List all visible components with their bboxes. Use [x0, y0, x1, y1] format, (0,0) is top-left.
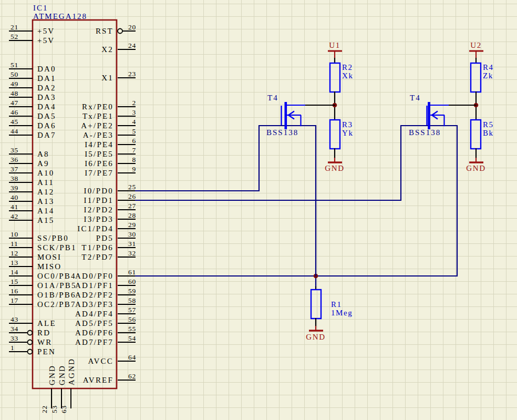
pin-number: 10: [11, 230, 18, 238]
ground-symbol-2[interactable]: GND: [466, 158, 485, 172]
pin-name: AD5/PF5: [75, 319, 113, 327]
resistor-value: Zk: [483, 71, 493, 80]
pin-number: 57: [128, 306, 136, 314]
transistor-t4-right[interactable]: T4 BSS138: [409, 94, 449, 137]
pin-invert-circle-33[interactable]: [28, 340, 33, 345]
resistor-r3[interactable]: R3 Yk: [330, 120, 354, 149]
net-i0pd0[interactable]: [135, 125, 260, 191]
pin-name: PEN: [37, 347, 56, 356]
pin-number: 63: [60, 405, 68, 413]
pin-number: 46: [11, 108, 18, 116]
pin-number: 50: [11, 70, 18, 78]
ground-label: GND: [466, 164, 485, 172]
pin-number: 8: [132, 156, 136, 163]
pin-name: AGND: [67, 358, 76, 385]
pin-name: X2: [101, 45, 113, 54]
pin-name: I1/PD1: [84, 196, 113, 204]
ic-ref-label: IC1: [33, 4, 48, 12]
pin-name: AD7/PF7: [75, 338, 113, 346]
resistor-body[interactable]: [471, 120, 481, 149]
pin-number: 39: [11, 184, 18, 192]
pin-name: DA5: [37, 112, 56, 120]
ic-pins-bottom: 22GND53GND63AGND: [40, 358, 76, 413]
pin-number: 20: [128, 23, 136, 31]
pin-number: 51: [11, 61, 18, 69]
pin-number: 55: [128, 325, 136, 333]
pin-number: 61: [128, 268, 136, 276]
resistor-ref: R5: [483, 120, 494, 129]
pin-name: +5V: [37, 27, 55, 35]
pin-number: 45: [11, 118, 18, 126]
pin-name: GND: [48, 365, 56, 385]
resistor-r5[interactable]: R5 Bk: [471, 120, 494, 149]
pin-invert-circle-1[interactable]: [28, 350, 33, 354]
pin-name: O1A/PB5: [37, 281, 77, 290]
pin-number: 64: [128, 353, 136, 361]
resistor-r2[interactable]: R2 Xk: [330, 63, 354, 92]
pin-number: 41: [11, 203, 18, 211]
pin-name: I3/PD3: [84, 215, 113, 223]
pin-number: 49: [11, 80, 18, 88]
ic-ic1[interactable]: IC1 ATMEGA128 21+5V52+5V51DA050DA149DA24…: [9, 4, 136, 413]
pin-number: 59: [128, 287, 136, 295]
pin-number: 22: [40, 405, 48, 413]
supply-u1[interactable]: U1: [328, 41, 342, 58]
pin-name: DA7: [37, 131, 56, 139]
pin-number: 36: [11, 156, 18, 163]
pin-name: OC2/PB7: [37, 300, 76, 309]
pin-name: A8: [37, 150, 49, 158]
pin-number: 60: [128, 278, 136, 285]
pin-number: 44: [11, 127, 18, 135]
pin-number: 32: [128, 249, 136, 257]
pin-number: 43: [11, 315, 18, 323]
supply-u2[interactable]: U2: [469, 41, 483, 58]
pin-name: A-/PE3: [83, 131, 113, 139]
pin-number: 15: [11, 278, 18, 285]
ground-label: GND: [306, 333, 325, 341]
resistor-body[interactable]: [311, 290, 321, 319]
pin-number: 1: [11, 344, 15, 352]
pin-number: 9: [132, 165, 136, 173]
resistor-body[interactable]: [330, 63, 340, 92]
ground-symbol-1[interactable]: GND: [325, 158, 344, 172]
pin-name: IC1/PD4: [77, 224, 113, 233]
pin-number: 42: [11, 212, 18, 220]
resistor-body[interactable]: [471, 63, 481, 92]
pin-name: RST: [96, 27, 113, 35]
pin-number: 5: [132, 127, 136, 135]
pin-invert-circle-20[interactable]: [118, 29, 122, 34]
pin-number: 24: [128, 42, 136, 49]
resistor-r4[interactable]: R4 Zk: [471, 63, 494, 92]
resistor-body[interactable]: [330, 120, 340, 149]
transistor-t4-left[interactable]: T4 BSS138: [266, 94, 306, 137]
pin-name: O1B/PB6: [37, 291, 76, 299]
net-ad0pf0[interactable]: [135, 125, 458, 287]
pin-name: WR: [37, 338, 53, 346]
resistor-value: Yk: [342, 129, 354, 137]
pin-name: A15: [37, 216, 54, 224]
pin-number: 47: [11, 99, 18, 107]
pin-number: 26: [128, 192, 136, 200]
pin-number: 33: [11, 334, 18, 342]
pin-name: AD4/PF4: [75, 310, 113, 318]
ic-part-label: ATMEGA128: [33, 12, 87, 21]
pin-number: 23: [128, 70, 136, 78]
pin-name: A9: [37, 159, 49, 168]
transistor-value: BSS138: [409, 128, 441, 137]
ground-label: GND: [325, 164, 344, 172]
pin-number: 62: [128, 372, 136, 380]
pin-name: DA0: [37, 65, 56, 73]
pin-number: 56: [128, 315, 136, 323]
pin-number: 3: [132, 108, 136, 116]
ground-symbol-3[interactable]: GND: [306, 326, 325, 341]
pin-invert-circle-34[interactable]: [28, 331, 33, 335]
pin-number: 14: [11, 268, 18, 276]
pin-number: 11: [11, 240, 18, 248]
resistor-ref: R4: [483, 63, 494, 71]
resistor-ref: R3: [342, 120, 353, 129]
pin-name: PD5: [96, 234, 113, 242]
resistor-r1[interactable]: R1 1Meg: [311, 290, 353, 319]
ic-pins-left: 21+5V52+5V51DA050DA149DA248DA347DA446DA5…: [9, 23, 77, 356]
pin-name: T2/PD7: [81, 253, 113, 261]
pin-number: 16: [11, 287, 18, 295]
